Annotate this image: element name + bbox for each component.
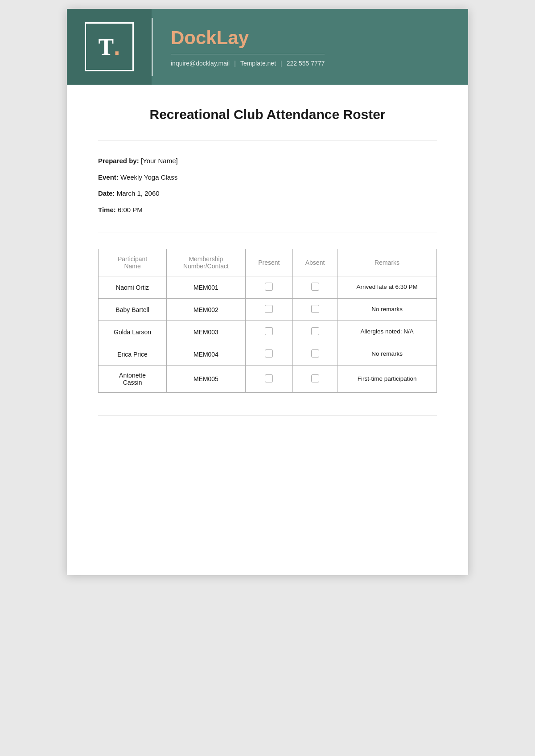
- table-row: Naomi Ortiz MEM001 Arrived late at 6:30 …: [99, 276, 437, 299]
- cell-absent[interactable]: [292, 366, 337, 393]
- col-header-name: ParticipantName: [99, 249, 167, 276]
- mid-divider: [98, 233, 437, 233]
- absent-checkbox[interactable]: [311, 374, 319, 382]
- cell-present[interactable]: [245, 343, 292, 366]
- cell-remarks: No remarks: [337, 343, 437, 366]
- cell-remarks: Allergies noted: N/A: [337, 321, 437, 343]
- header-separator: [171, 54, 325, 54]
- time-label: Time:: [98, 206, 116, 214]
- date-value: March 1, 2060: [117, 189, 160, 197]
- prepared-by-label: Prepared by:: [98, 157, 139, 164]
- cell-name: Baby Bartell: [99, 299, 167, 321]
- absent-checkbox[interactable]: [311, 349, 319, 357]
- present-checkbox[interactable]: [265, 349, 273, 357]
- logo-box: T.: [85, 22, 134, 71]
- contact-info: inquire@docklay.mail | Template.net | 22…: [171, 60, 325, 67]
- contact-website: Template.net: [240, 60, 276, 67]
- event-row: Event: Weekly Yoga Class: [98, 173, 437, 183]
- cell-membership: MEM005: [167, 366, 246, 393]
- meta-section: Prepared by: [Your Name] Event: Weekly Y…: [98, 156, 437, 215]
- cell-present[interactable]: [245, 299, 292, 321]
- logo-dot: .: [114, 34, 120, 60]
- cell-membership: MEM001: [167, 276, 246, 299]
- table-row: Baby Bartell MEM002 No remarks: [99, 299, 437, 321]
- logo-text: T.: [98, 33, 120, 60]
- absent-checkbox[interactable]: [311, 283, 319, 291]
- company-name: DockLay: [171, 27, 325, 49]
- cell-remarks: Arrived late at 6:30 PM: [337, 276, 437, 299]
- col-header-membership: MembershipNumber/Contact: [167, 249, 246, 276]
- absent-checkbox[interactable]: [311, 305, 319, 313]
- cell-absent[interactable]: [292, 343, 337, 366]
- cell-present[interactable]: [245, 366, 292, 393]
- event-label: Event:: [98, 173, 119, 181]
- cell-name: AntonetteCassin: [99, 366, 167, 393]
- table-row: Erica Price MEM004 No remarks: [99, 343, 437, 366]
- col-header-remarks: Remarks: [337, 249, 437, 276]
- cell-remarks: No remarks: [337, 299, 437, 321]
- header-content: DockLay inquire@docklay.mail | Template.…: [153, 9, 342, 85]
- cell-membership: MEM003: [167, 321, 246, 343]
- top-divider: [98, 140, 437, 140]
- attendance-table: ParticipantName MembershipNumber/Contact…: [98, 249, 437, 393]
- present-checkbox[interactable]: [265, 374, 273, 382]
- time-value: 6:00 PM: [118, 206, 143, 214]
- cell-absent[interactable]: [292, 299, 337, 321]
- cell-present[interactable]: [245, 276, 292, 299]
- col-header-absent: Absent: [292, 249, 337, 276]
- table-header-row: ParticipantName MembershipNumber/Contact…: [99, 249, 437, 276]
- present-checkbox[interactable]: [265, 283, 273, 291]
- contact-sep-1: |: [234, 60, 236, 67]
- cell-remarks: First-time participation: [337, 366, 437, 393]
- cell-name: Naomi Ortiz: [99, 276, 167, 299]
- cell-name: Golda Larson: [99, 321, 167, 343]
- prepared-by-value: [Your Name]: [141, 157, 178, 164]
- contact-phone: 222 555 7777: [287, 60, 325, 67]
- date-label: Date:: [98, 189, 115, 197]
- event-value: Weekly Yoga Class: [120, 173, 177, 181]
- contact-sep-2: |: [280, 60, 282, 67]
- time-row: Time: 6:00 PM: [98, 205, 437, 215]
- cell-absent[interactable]: [292, 321, 337, 343]
- cell-name: Erica Price: [99, 343, 167, 366]
- present-checkbox[interactable]: [265, 305, 273, 313]
- cell-absent[interactable]: [292, 276, 337, 299]
- main-content: Recreational Club Attendance Roster Prep…: [67, 85, 468, 438]
- cell-present[interactable]: [245, 321, 292, 343]
- contact-email: inquire@docklay.mail: [171, 60, 230, 67]
- document-page: T. DockLay inquire@docklay.mail | Templa…: [67, 9, 468, 575]
- logo-section: T.: [67, 9, 152, 85]
- document-title: Recreational Club Attendance Roster: [98, 107, 437, 122]
- logo-letter: T: [98, 34, 114, 60]
- table-row: Golda Larson MEM003 Allergies noted: N/A: [99, 321, 437, 343]
- prepared-by-row: Prepared by: [Your Name]: [98, 156, 437, 166]
- cell-membership: MEM004: [167, 343, 246, 366]
- absent-checkbox[interactable]: [311, 327, 319, 335]
- table-row: AntonetteCassin MEM005 First-time partic…: [99, 366, 437, 393]
- present-checkbox[interactable]: [265, 327, 273, 335]
- date-row: Date: March 1, 2060: [98, 189, 437, 199]
- cell-membership: MEM002: [167, 299, 246, 321]
- col-header-present: Present: [245, 249, 292, 276]
- page-header: T. DockLay inquire@docklay.mail | Templa…: [67, 9, 468, 85]
- footer-divider: [98, 415, 437, 415]
- header-divider: [152, 18, 153, 76]
